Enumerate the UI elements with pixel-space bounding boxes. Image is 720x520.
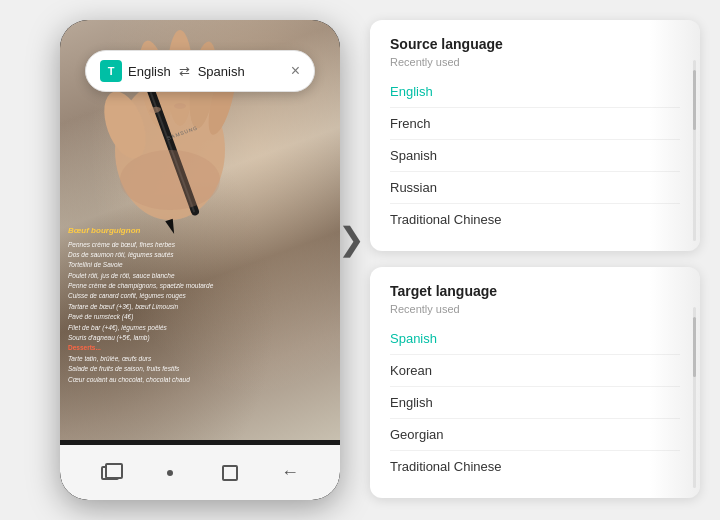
nav-recent-apps[interactable]	[100, 463, 120, 483]
target-scrollbar[interactable]	[693, 307, 696, 488]
close-bar-button[interactable]: ×	[291, 63, 300, 79]
source-lang-item-english[interactable]: English	[390, 76, 680, 108]
dessert-1: Tarte tatin, brûlée, œufs durs	[68, 354, 332, 364]
translation-bar: T English ⇄ Spanish ×	[85, 50, 315, 92]
target-lang-item-spanish[interactable]: Spanish	[390, 323, 680, 355]
menu-line-8: Pavé de rumsteck (4€)	[68, 312, 332, 322]
nav-back[interactable]: ←	[280, 463, 300, 483]
svg-marker-9	[165, 219, 178, 236]
menu-line-3: Tortellini de Savoie	[68, 260, 332, 270]
phone-nav-bar: ←	[60, 445, 340, 500]
menu-desserts-header: Desserts...	[68, 343, 332, 353]
target-scrollbar-thumb	[693, 317, 696, 377]
source-lang-item-spanish[interactable]: Spanish	[390, 140, 680, 172]
source-scrollbar[interactable]	[693, 60, 696, 241]
recent-apps-icon	[101, 466, 119, 480]
svg-point-11	[120, 150, 220, 210]
source-language-label[interactable]: English	[128, 64, 171, 79]
target-lang-item-english[interactable]: English	[390, 387, 680, 419]
dessert-2: Salade de fruits de saison, fruits festi…	[68, 364, 332, 374]
source-panel-title: Source language	[390, 36, 680, 52]
source-lang-item-russian[interactable]: Russian	[390, 172, 680, 204]
target-language-label[interactable]: Spanish	[198, 64, 245, 79]
nav-home-square[interactable]	[220, 463, 240, 483]
nav-home[interactable]	[160, 463, 180, 483]
source-language-panel: Source language Recently used EnglishFre…	[370, 20, 700, 251]
target-language-list: SpanishKoreanEnglishGeorgianTraditional …	[390, 323, 680, 482]
t-icon-label: T	[108, 65, 115, 77]
target-lang-item-korean[interactable]: Korean	[390, 355, 680, 387]
menu-line-6: Cuisse de canard confit, légumes rouges	[68, 291, 332, 301]
source-language-list: EnglishFrenchSpanishRussianTraditional C…	[390, 76, 680, 235]
source-panel-subtitle: Recently used	[390, 56, 680, 68]
back-icon: ←	[281, 462, 299, 483]
square-icon	[222, 465, 238, 481]
swap-languages-icon[interactable]: ⇄	[179, 64, 190, 79]
target-lang-item-traditional-chinese[interactable]: Traditional Chinese	[390, 451, 680, 482]
dessert-3: Cœur coulant au chocolat, chocolat chaud	[68, 375, 332, 385]
menu-line-4: Poulet rôti, jus de rôti, sauce blanche	[68, 271, 332, 281]
menu-line-1: Pennes crème de bœuf, fines herbes	[68, 240, 332, 250]
phone-screen: SAMSUNG Bœuf bourguignon Pennes crème de…	[60, 20, 340, 500]
menu-content: Bœuf bourguignon Pennes crème de bœuf, f…	[68, 225, 332, 385]
language-panels: Source language Recently used EnglishFre…	[370, 20, 700, 498]
camera-view: SAMSUNG Bœuf bourguignon Pennes crème de…	[60, 20, 340, 440]
menu-line-9: Filet de bar (+4€), légumes poêlés	[68, 323, 332, 333]
home-icon	[167, 470, 173, 476]
target-panel-title: Target language	[390, 283, 680, 299]
svg-point-13	[174, 103, 186, 109]
target-lang-item-georgian[interactable]: Georgian	[390, 419, 680, 451]
source-scrollbar-thumb	[693, 70, 696, 130]
menu-line-5: Penne crème de champignons, spaetzle mou…	[68, 281, 332, 291]
menu-line-10: Souris d'agneau (+5€, lamb)	[68, 333, 332, 343]
phone: SAMSUNG Bœuf bourguignon Pennes crème de…	[60, 20, 340, 500]
menu-line-7: Tartare de bœuf (+3€), bœuf Limousin	[68, 302, 332, 312]
source-lang-item-traditional-chinese[interactable]: Traditional Chinese	[390, 204, 680, 235]
menu-line-2: Dos de saumon rôti, légumes sautés	[68, 250, 332, 260]
target-language-panel: Target language Recently used SpanishKor…	[370, 267, 700, 498]
direction-arrow: ❯	[338, 220, 365, 258]
source-lang-item-french[interactable]: French	[390, 108, 680, 140]
target-panel-subtitle: Recently used	[390, 303, 680, 315]
translate-icon: T	[100, 60, 122, 82]
